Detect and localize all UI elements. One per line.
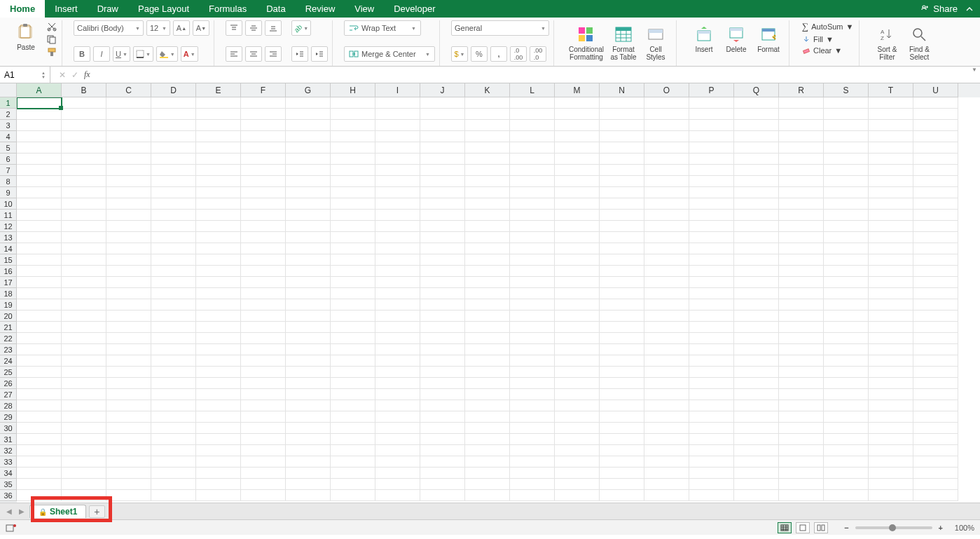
cell[interactable]	[824, 423, 869, 434]
cell[interactable]	[151, 355, 196, 367]
cell[interactable]	[375, 266, 420, 277]
row-header[interactable]: 13	[0, 232, 17, 243]
cell[interactable]	[824, 299, 869, 311]
cell[interactable]	[286, 367, 331, 378]
clear-button[interactable]: Clear ▼	[801, 46, 855, 55]
cell[interactable]	[779, 165, 824, 176]
row-header[interactable]: 7	[0, 165, 17, 176]
cell[interactable]	[734, 288, 779, 299]
cell[interactable]	[913, 378, 958, 389]
cell[interactable]	[510, 389, 555, 400]
cell[interactable]	[644, 243, 689, 254]
row-header[interactable]: 18	[0, 288, 17, 299]
cell[interactable]	[465, 411, 510, 423]
cell[interactable]	[689, 97, 734, 109]
column-header[interactable]: T	[869, 83, 913, 97]
cell[interactable]	[196, 187, 241, 198]
row-header[interactable]: 5	[0, 142, 17, 153]
cell[interactable]	[375, 210, 420, 221]
cell[interactable]	[62, 299, 106, 311]
column-header[interactable]: R	[779, 83, 824, 97]
cell[interactable]	[869, 389, 913, 400]
cell[interactable]	[644, 277, 689, 288]
cell[interactable]	[62, 142, 106, 153]
cell[interactable]	[913, 445, 958, 456]
cell[interactable]	[375, 142, 420, 153]
cell[interactable]	[241, 97, 286, 109]
cell[interactable]	[331, 423, 375, 434]
cell[interactable]	[196, 456, 241, 468]
cell[interactable]	[286, 153, 331, 165]
cell[interactable]	[420, 378, 465, 389]
cell[interactable]	[17, 479, 62, 490]
cell[interactable]	[196, 299, 241, 311]
cell[interactable]	[106, 434, 151, 445]
cell[interactable]	[17, 311, 62, 322]
cell[interactable]	[824, 411, 869, 423]
cell[interactable]	[62, 210, 106, 221]
cell[interactable]	[600, 153, 644, 165]
cell[interactable]	[17, 400, 62, 411]
cell[interactable]	[779, 232, 824, 243]
cell[interactable]	[465, 232, 510, 243]
cell[interactable]	[779, 142, 824, 153]
delete-cells-button[interactable]: Delete	[720, 22, 752, 53]
cell[interactable]	[913, 243, 958, 254]
cell[interactable]	[420, 153, 465, 165]
cell[interactable]	[286, 142, 331, 153]
cell[interactable]	[869, 299, 913, 311]
cell[interactable]	[824, 120, 869, 131]
cell[interactable]	[196, 109, 241, 120]
cell[interactable]	[241, 142, 286, 153]
cell[interactable]	[286, 165, 331, 176]
cell[interactable]	[734, 333, 779, 344]
cell[interactable]	[17, 109, 62, 120]
cell[interactable]	[689, 120, 734, 131]
cell[interactable]	[375, 299, 420, 311]
tab-insert[interactable]: Insert	[45, 0, 88, 18]
cell[interactable]	[644, 490, 689, 501]
cell[interactable]	[869, 243, 913, 254]
cell[interactable]	[869, 97, 913, 109]
column-header[interactable]: J	[420, 83, 465, 97]
cell[interactable]	[734, 378, 779, 389]
cell[interactable]	[555, 142, 600, 153]
cell[interactable]	[286, 97, 331, 109]
cell[interactable]	[62, 176, 106, 187]
cell[interactable]	[734, 254, 779, 266]
cell[interactable]	[689, 153, 734, 165]
cell[interactable]	[286, 210, 331, 221]
cell[interactable]	[600, 97, 644, 109]
cell[interactable]	[286, 333, 331, 344]
cell[interactable]	[510, 311, 555, 322]
cell[interactable]	[734, 187, 779, 198]
cell[interactable]	[689, 165, 734, 176]
cell[interactable]	[779, 490, 824, 501]
cell[interactable]	[555, 479, 600, 490]
percent-button[interactable]: %	[471, 46, 488, 62]
cell[interactable]	[555, 131, 600, 142]
cell[interactable]	[734, 165, 779, 176]
cell[interactable]	[331, 445, 375, 456]
cell[interactable]	[17, 333, 62, 344]
cell[interactable]	[869, 400, 913, 411]
row-header[interactable]: 19	[0, 299, 17, 311]
cell[interactable]	[331, 210, 375, 221]
increase-decimal-button[interactable]: .0.00	[510, 46, 527, 62]
name-box-stepper[interactable]: ▲▼	[41, 71, 46, 79]
copy-button[interactable]	[46, 34, 57, 44]
cell[interactable]	[779, 153, 824, 165]
cell[interactable]	[734, 97, 779, 109]
cell[interactable]	[824, 434, 869, 445]
cell[interactable]	[734, 198, 779, 210]
row-header[interactable]: 6	[0, 153, 17, 165]
paste-button[interactable]: Paste	[10, 20, 42, 51]
cell[interactable]	[241, 311, 286, 322]
cell[interactable]	[106, 221, 151, 232]
cell[interactable]	[420, 176, 465, 187]
cell[interactable]	[779, 411, 824, 423]
decrease-decimal-button[interactable]: .00.0	[530, 46, 546, 62]
cell[interactable]	[375, 232, 420, 243]
cell[interactable]	[869, 131, 913, 142]
cell[interactable]	[689, 367, 734, 378]
